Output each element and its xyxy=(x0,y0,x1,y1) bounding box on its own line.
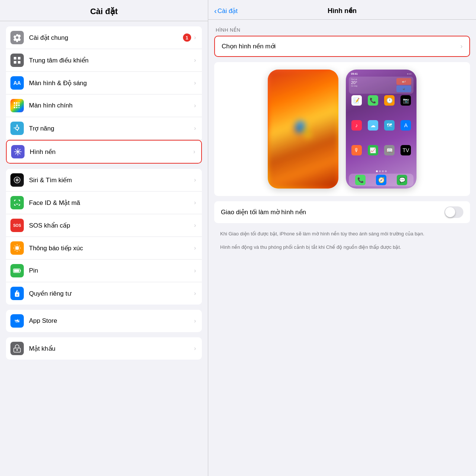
faceid-label: Face ID & Mật mã xyxy=(29,199,80,207)
cai-dat-chung-label: Cài đặt chung xyxy=(29,34,68,42)
app-icon-books: 📖 xyxy=(384,145,395,155)
trung-tam-content: Trung tâm điều khiển › xyxy=(29,57,196,64)
app-icon-notes: 📝 xyxy=(351,95,362,106)
dark-mode-blur-toggle[interactable] xyxy=(444,206,463,218)
sidebar-item-pin[interactable]: Pin › xyxy=(6,260,202,282)
settings-list: Cài đặt chung 1 › Trung tâm điều khiển › xyxy=(0,21,208,476)
sidebar-item-man-hinh-do-sang[interactable]: AA Màn hình & Độ sáng › xyxy=(6,72,202,94)
app-icon-music: ♪ xyxy=(351,120,362,131)
lock-screen-preview: 🎭 xyxy=(268,70,338,189)
svg-rect-5 xyxy=(16,102,17,104)
home-widgets: Gia Lai 20° Có mây 📅 2 📹 xyxy=(349,77,414,94)
svg-rect-3 xyxy=(18,61,20,64)
svg-rect-7 xyxy=(14,104,15,106)
sidebar-item-sos[interactable]: SOS SOS khẩn cấp › xyxy=(6,214,202,237)
chevron-icon: › xyxy=(194,345,196,352)
sidebar-item-man-hinh-chinh[interactable]: Màn hình chính › xyxy=(6,94,202,117)
back-chevron-icon: ‹ xyxy=(214,7,217,15)
back-button[interactable]: ‹ Cài đặt xyxy=(214,7,238,15)
home-status-bar: 09:41 ▪ ▪ ▪ xyxy=(347,71,415,76)
sos-label: SOS khẩn cấp xyxy=(29,222,70,229)
svg-rect-24 xyxy=(14,270,19,272)
sidebar-item-cai-dat-chung[interactable]: Cài đặt chung 1 › xyxy=(6,26,202,49)
svg-rect-1 xyxy=(18,57,20,60)
chevron-icon: › xyxy=(194,177,196,183)
tro-nang-content: Trợ năng › xyxy=(29,125,196,132)
wallpaper-icon xyxy=(11,145,25,158)
settings-section-1: Cài đặt chung 1 › Trung tâm điều khiển › xyxy=(6,26,202,164)
toggle-section: Giao diện tối làm mờ hình nền xyxy=(214,201,470,223)
appstore-icon xyxy=(10,314,24,328)
mini-widgets: 📅 2 📹 xyxy=(396,78,411,92)
appstore-content: App Store › xyxy=(29,317,196,325)
dock-area: 📞 🧭 💬 xyxy=(349,174,414,186)
siri-icon xyxy=(10,173,24,187)
accessibility-icon xyxy=(10,122,24,135)
man-hinh-label: Màn hình & Độ sáng xyxy=(29,79,87,87)
back-label: Cài đặt xyxy=(218,7,238,15)
faceid-content: Face ID & Mật mã › xyxy=(29,199,196,207)
sidebar-item-app-store[interactable]: App Store › xyxy=(6,310,202,332)
sidebar-item-trung-tam[interactable]: Trung tâm điều khiển › xyxy=(6,49,202,72)
chevron-icon: › xyxy=(193,148,195,155)
dot-active xyxy=(376,170,378,172)
siri-label: Siri & Tìm kiếm xyxy=(29,176,72,184)
app-icon-appstore: A xyxy=(401,120,411,131)
svg-rect-23 xyxy=(20,270,21,271)
app-icon-weather: ☁ xyxy=(368,120,378,131)
mat-khau-label: Mật khẩu xyxy=(29,345,55,353)
man-hinh-content: Màn hình & Độ sáng › xyxy=(29,79,196,87)
dot-2 xyxy=(382,170,384,172)
chevron-icon: › xyxy=(194,318,196,324)
description-text-2: Hình nền động và thu phóng phối cảnh bị … xyxy=(214,242,470,255)
description-text-1: Khi Giao diện tối được bật, iPhone sẽ là… xyxy=(214,228,470,242)
man-hinh-chinh-content: Màn hình chính › xyxy=(29,102,196,109)
dock-messages: 💬 xyxy=(397,175,407,185)
sidebar-item-siri[interactable]: Siri & Tìm kiếm › xyxy=(6,169,202,192)
settings-section-2: Siri & Tìm kiếm › Face ID & Mật mã › xyxy=(6,169,202,305)
sos-icon: SOS xyxy=(10,219,24,232)
wallpaper-right-panel: ‹ Cài đặt Hình nền HÌNH NỀN Chọn hình nề… xyxy=(208,0,476,476)
cai-dat-chung-right: 1 › xyxy=(183,33,196,42)
home-apps-grid: 📝 📞 🕐 📷 ♪ ☁ 🗺 A 🎙 📈 📖 TV xyxy=(347,94,415,170)
sidebar-item-faceid[interactable]: Face ID & Mật mã › xyxy=(6,192,202,214)
tro-nang-label: Trợ năng xyxy=(29,125,54,132)
toggle-knob xyxy=(445,207,455,217)
svg-rect-2 xyxy=(14,61,16,64)
lock-screen-bg: 🎭 xyxy=(268,70,338,189)
siri-content: Siri & Tìm kiếm › xyxy=(29,176,196,184)
app-icon-camera: 📷 xyxy=(401,95,411,106)
pin-label: Pin xyxy=(29,267,38,274)
left-panel-header: Cài đặt xyxy=(0,0,208,21)
svg-rect-12 xyxy=(18,107,20,108)
privacy-icon xyxy=(10,287,24,300)
choose-wallpaper-item[interactable]: Chọn hình nền mới › xyxy=(214,36,470,57)
display-icon: AA xyxy=(10,76,24,90)
sidebar-item-tro-nang[interactable]: Trợ năng › xyxy=(6,117,202,140)
page-indicator xyxy=(347,170,415,172)
app-icon-clock: 🕐 xyxy=(384,95,395,106)
home-screen-bg: 09:41 ▪ ▪ ▪ Gia Lai 20° Có mây 📅 2 xyxy=(346,70,416,189)
sidebar-item-hinh-nen[interactable]: Hình nền › xyxy=(6,140,202,164)
description-area: Khi Giao diện tối được bật, iPhone sẽ là… xyxy=(214,228,470,255)
app-icon-podcast: 🎙 xyxy=(351,145,362,155)
choose-wallpaper-label: Chọn hình nền mới xyxy=(222,42,276,50)
password-icon xyxy=(10,342,24,355)
svg-point-26 xyxy=(16,349,18,351)
svg-point-13 xyxy=(16,125,18,126)
svg-rect-10 xyxy=(14,107,15,108)
svg-rect-6 xyxy=(18,102,20,104)
chevron-icon: › xyxy=(194,245,196,251)
sos-content: SOS khẩn cấp › xyxy=(29,222,196,229)
chevron-icon: › xyxy=(194,57,196,64)
control-center-icon xyxy=(10,54,24,67)
sidebar-item-thong-bao[interactable]: Thông báo tiếp xúc › xyxy=(6,237,202,260)
sidebar-item-quyen[interactable]: Quyền riêng tư › xyxy=(6,282,202,305)
toggle-label: Giao diện tối làm mờ hình nền xyxy=(221,208,306,216)
home-screen-inner: 09:41 ▪ ▪ ▪ Gia Lai 20° Có mây 📅 2 xyxy=(346,70,416,189)
sidebar-item-mat-khau[interactable]: Mật khẩu › xyxy=(6,337,202,360)
svg-rect-0 xyxy=(14,57,16,60)
hinh-nen-content: Hình nền › xyxy=(30,148,195,156)
app-icon-tv: TV xyxy=(401,145,411,155)
pin-content: Pin › xyxy=(29,267,196,274)
